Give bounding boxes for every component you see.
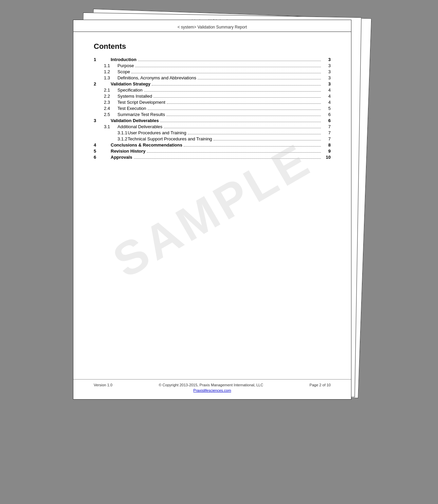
toc-dots — [184, 146, 321, 147]
toc-label: Approvals — [111, 155, 132, 160]
toc-page: 3 — [322, 69, 331, 74]
toc-label: Validation Strategy — [111, 81, 150, 86]
toc-label: Technical Support Procedures and Trainin… — [128, 136, 212, 141]
toc-page: 3 — [322, 75, 331, 80]
toc-label: Purpose — [117, 63, 134, 68]
toc-entry: 4Conclusions & Recommendations8 — [94, 142, 331, 148]
toc-num: 4 — [94, 142, 111, 148]
toc-entry: 3.1.1User Procedures and Training7 — [94, 130, 331, 135]
toc-num: 1 — [94, 57, 111, 62]
toc-num: 3.1 — [94, 124, 117, 129]
toc-dots — [148, 110, 321, 110]
toc-dots — [198, 79, 321, 79]
toc-page: 6 — [322, 112, 331, 117]
toc-dots — [166, 116, 321, 116]
contents-heading: Contents — [94, 42, 331, 51]
toc-label: Test Execution — [117, 106, 146, 111]
toc-num: 2.1 — [94, 88, 117, 93]
toc-num: 2.5 — [94, 112, 117, 117]
toc-label: Systems Installed — [117, 94, 152, 99]
toc-dots — [188, 134, 321, 134]
toc-label: Introduction — [111, 57, 136, 62]
footer-page: Page 2 of 10 — [310, 383, 331, 387]
toc-dots — [134, 158, 321, 159]
toc-page: 3 — [322, 81, 331, 86]
toc-label: Summarize Test Results — [117, 112, 165, 117]
page-footer: Version 1.0 © Copyright 2013-2015, Praxi… — [73, 379, 351, 392]
toc-entry: 1.1Purpose3 — [94, 63, 331, 68]
toc-dots — [144, 91, 321, 92]
toc-num: 2.3 — [94, 100, 117, 105]
footer-main: Version 1.0 © Copyright 2013-2015, Praxi… — [94, 383, 331, 387]
toc-num: 1.2 — [94, 69, 117, 74]
page-front: < system> Validation Summary Report Cont… — [73, 20, 351, 400]
toc-entry: 2.2Systems Installed4 — [94, 94, 331, 99]
footer-link[interactable]: Praxislifesciences.com — [94, 388, 331, 392]
toc-label: Specification — [117, 88, 143, 93]
toc-page: 10 — [322, 155, 331, 160]
toc-entry: 2.1Specification4 — [94, 88, 331, 93]
toc-entry: 1Introduction3 — [94, 57, 331, 62]
toc-entry: 2.4Test Execution5 — [94, 106, 331, 111]
toc-label: Scope — [117, 69, 130, 74]
toc-num: 3.1.2 — [94, 136, 128, 141]
toc-entry: 5Revision History9 — [94, 149, 331, 154]
toc-page: 7 — [322, 124, 331, 129]
toc-page: 7 — [322, 130, 331, 135]
toc-dots — [214, 140, 321, 140]
page-header: < system> Validation Summary Report — [73, 20, 351, 32]
toc-page: 4 — [322, 94, 331, 99]
toc-dots — [167, 103, 321, 104]
toc-num: 2.4 — [94, 106, 117, 111]
toc-num: 5 — [94, 149, 111, 154]
footer-version: Version 1.0 — [94, 383, 112, 387]
toc-entry: 3Validation Deliverables6 — [94, 118, 331, 123]
toc-num: 2 — [94, 81, 111, 86]
toc-entry: 2Validation Strategy3 — [94, 81, 331, 86]
toc-entry: 2.5Summarize Test Results6 — [94, 112, 331, 117]
toc-num: 1.1 — [94, 63, 117, 68]
toc-dots — [131, 73, 321, 73]
toc-page: 8 — [322, 142, 331, 148]
toc-page: 3 — [322, 63, 331, 68]
toc-entry: 2.3Test Script Development4 — [94, 100, 331, 105]
toc-label: Test Script Development — [117, 100, 165, 105]
toc-dots — [135, 67, 321, 67]
toc-dots — [147, 152, 321, 153]
document-stack: < system> Validation Summary Report < sy… — [73, 14, 365, 414]
toc-page: 5 — [322, 106, 331, 111]
toc-label: Conclusions & Recommendations — [111, 142, 182, 148]
toc-entry: 6Approvals10 — [94, 155, 331, 160]
toc-entry: 1.2Scope3 — [94, 69, 331, 74]
toc-page: 9 — [322, 149, 331, 154]
toc-page: 3 — [322, 57, 331, 62]
toc-dots — [153, 97, 321, 98]
toc-num: 6 — [94, 155, 111, 160]
toc-label: Validation Deliverables — [111, 118, 159, 123]
toc-label: Additional Deliverables — [117, 124, 162, 129]
toc-entry: 1.3Definitions, Acronyms and Abbreviatio… — [94, 75, 331, 80]
toc-label: Definitions, Acronyms and Abbreviations — [117, 75, 196, 80]
toc-entry: 3.1Additional Deliverables7 — [94, 124, 331, 129]
toc-entry: 3.1.2Technical Support Procedures and Tr… — [94, 136, 331, 141]
footer-copyright: © Copyright 2013-2015, Praxis Management… — [159, 383, 263, 387]
toc-num: 3 — [94, 118, 111, 123]
table-of-contents: 1Introduction31.1Purpose31.2Scope31.3Def… — [94, 57, 331, 160]
toc-page: 6 — [322, 118, 331, 123]
toc-label: User Procedures and Training — [128, 130, 186, 135]
toc-page: 4 — [322, 88, 331, 93]
toc-page: 7 — [322, 136, 331, 141]
toc-dots — [138, 61, 321, 61]
page-content: Contents 1Introduction31.1Purpose31.2Sco… — [73, 32, 351, 168]
toc-num: 1.3 — [94, 75, 117, 80]
toc-dots — [160, 122, 321, 122]
toc-num: 2.2 — [94, 94, 117, 99]
toc-dots — [152, 85, 321, 85]
toc-num: 3.1.1 — [94, 130, 128, 135]
toc-page: 4 — [322, 100, 331, 105]
toc-dots — [164, 128, 321, 128]
toc-label: Revision History — [111, 149, 146, 154]
